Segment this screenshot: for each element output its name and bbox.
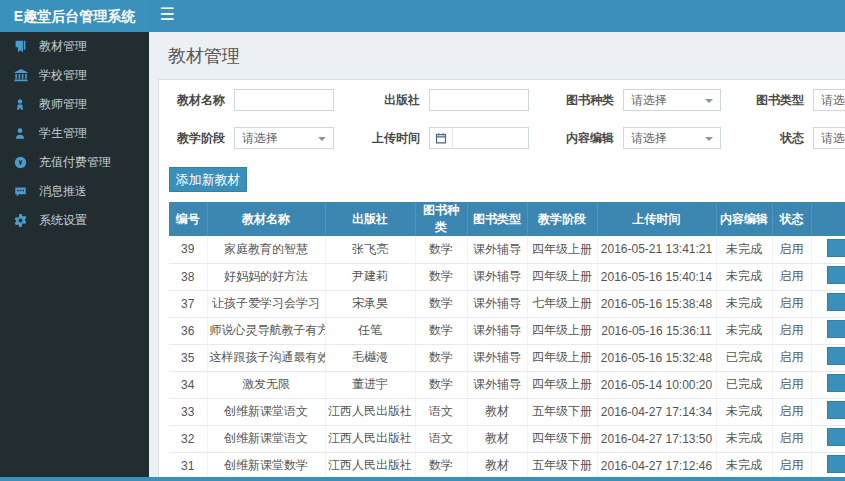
row-action-button[interactable]	[827, 401, 845, 419]
book-icon	[14, 40, 30, 53]
table-cell: 2016-04-27 17:13:50	[597, 425, 716, 452]
table-cell: 未完成	[716, 425, 772, 452]
textbook-name-label: 教材名称	[169, 92, 225, 109]
row-action-button[interactable]	[827, 320, 845, 338]
sidebar-item-label: 学生管理	[39, 125, 87, 142]
book-category-value: 请选择	[631, 93, 667, 107]
table-cell: 教材	[467, 452, 527, 479]
table-action-cell	[811, 425, 845, 452]
row-action-button[interactable]	[827, 374, 845, 392]
table-body: 39家庭教育的智慧张飞亮数学课外辅导四年级上册2016-05-21 13:41:…	[169, 236, 845, 481]
teaching-stage-value: 请选择	[242, 131, 278, 145]
row-action-button[interactable]	[827, 455, 845, 473]
upload-time-input[interactable]	[453, 128, 528, 148]
upload-time-label: 上传时间	[364, 130, 420, 147]
publisher-input[interactable]	[429, 89, 529, 111]
row-action-button[interactable]	[827, 428, 845, 446]
app-logo[interactable]: E趣堂后台管理系统	[0, 0, 149, 32]
row-action-button[interactable]	[827, 266, 845, 284]
sidebar-item-message-push[interactable]: 消息推送	[0, 177, 149, 206]
table-cell: 数学	[415, 371, 467, 398]
row-action-button[interactable]	[827, 239, 845, 257]
table-row: 35这样跟孩子沟通最有效毛樾漫数学课外辅导四年级上册2016-05-16 15:…	[169, 344, 845, 371]
table-cell: 启用	[772, 371, 811, 398]
chevron-down-icon	[705, 137, 713, 141]
sidebar-item-textbook-management[interactable]: 教材管理	[0, 32, 149, 61]
table-cell: 家庭教育的智慧	[207, 236, 325, 263]
table-cell: 七年级上册	[527, 290, 597, 317]
table-cell: 数学	[415, 344, 467, 371]
table-cell: 未完成	[716, 452, 772, 479]
book-category-select[interactable]: 请选择	[623, 89, 721, 111]
table-cell: 毛樾漫	[325, 344, 415, 371]
book-category-label: 图书种类	[556, 92, 614, 109]
table-row: 32创维新课堂语文江西人民出版社语文教材四年级下册2016-04-27 17:1…	[169, 425, 845, 452]
sidebar-item-system-settings[interactable]: 系统设置	[0, 206, 149, 235]
status-label: 状态	[748, 130, 804, 147]
chevron-down-icon	[705, 99, 713, 103]
sidebar-item-payment-management[interactable]: ¥ 充值付费管理	[0, 148, 149, 177]
sidebar: 教材管理 学校管理 教师管理 学生管理 ¥ 充值付费管理 消息推送 系统设置	[0, 32, 149, 481]
table-cell: 任笔	[325, 317, 415, 344]
table-cell: 四年级上册	[527, 263, 597, 290]
table-cell: 教材	[467, 398, 527, 425]
table-cell: 未完成	[716, 236, 772, 263]
row-action-button[interactable]	[827, 293, 845, 311]
book-type-select[interactable]: 请选择	[813, 89, 845, 111]
table-cell: 未完成	[716, 317, 772, 344]
table-cell: 张飞亮	[325, 236, 415, 263]
table-header-cell: 内容编辑	[716, 202, 772, 236]
row-action-button[interactable]	[827, 347, 845, 365]
table-cell: 尹建莉	[325, 263, 415, 290]
table-cell: 课外辅导	[467, 317, 527, 344]
table-cell: 课外辅导	[467, 263, 527, 290]
table-cell: 2016-05-16 15:32:48	[597, 344, 716, 371]
table-row: 31创维新课堂数学江西人民出版社数学教材五年级下册2016-04-27 17:1…	[169, 452, 845, 479]
hamburger-menu-icon[interactable]: ☰	[149, 0, 185, 32]
teacher-icon	[14, 98, 30, 111]
table-cell: 教材	[467, 425, 527, 452]
table-cell: 2016-05-14 10:00:20	[597, 371, 716, 398]
table-header-cell: 图书种类	[415, 202, 467, 236]
table-cell: 四年级下册	[527, 425, 597, 452]
status-select[interactable]: 请选择	[813, 127, 845, 149]
table-cell: 师说心灵导航教子有方	[207, 317, 325, 344]
horizontal-scrollbar[interactable]	[0, 477, 845, 481]
add-textbook-button[interactable]: 添加新教材	[169, 167, 247, 192]
teaching-stage-select[interactable]: 请选择	[234, 127, 334, 149]
publisher-label: 出版社	[364, 92, 420, 109]
textbook-table: 编号教材名称出版社图书种类图书类型教学阶段上传时间内容编辑状态 39家庭教育的智…	[169, 202, 845, 481]
table-cell: 课外辅导	[467, 236, 527, 263]
sidebar-item-label: 教材管理	[39, 38, 87, 55]
sidebar-item-label: 充值付费管理	[39, 154, 111, 171]
filter-row-1: 教材名称 出版社 图书种类 请选择 图书类型 请选择	[169, 89, 845, 111]
table-action-cell	[811, 452, 845, 479]
table-cell: 33	[169, 398, 207, 425]
table-cell: 35	[169, 344, 207, 371]
table-cell: 课外辅导	[467, 344, 527, 371]
table-row: 38好妈妈的好方法尹建莉数学课外辅导四年级上册2016-05-16 15:40:…	[169, 263, 845, 290]
book-type-value: 请选择	[821, 93, 845, 107]
table-header-cell: 上传时间	[597, 202, 716, 236]
textbook-name-input[interactable]	[234, 89, 334, 111]
table-cell: 课外辅导	[467, 371, 527, 398]
table-cell: 启用	[772, 290, 811, 317]
table-cell: 让孩子爱学习会学习	[207, 290, 325, 317]
filter-form: 教材名称 出版社 图书种类 请选择 图书类型 请选择 教学阶段	[159, 80, 845, 151]
main-content: 教材管理 教材名称 出版社 图书种类 请选择 图书类型 请选择	[149, 32, 845, 481]
sidebar-item-school-management[interactable]: 学校管理	[0, 61, 149, 90]
table-cell: 37	[169, 290, 207, 317]
content-edit-select[interactable]: 请选择	[623, 127, 721, 149]
table-row: 34激发无限董进宇数学课外辅导四年级上册2016-05-14 10:00:20已…	[169, 371, 845, 398]
table-cell: 语文	[415, 425, 467, 452]
money-icon: ¥	[14, 156, 30, 169]
table-cell: 已完成	[716, 371, 772, 398]
table-cell: 启用	[772, 398, 811, 425]
table-header-cell: 状态	[772, 202, 811, 236]
sidebar-item-student-management[interactable]: 学生管理	[0, 119, 149, 148]
table-cell: 34	[169, 371, 207, 398]
table-cell: 课外辅导	[467, 290, 527, 317]
table-cell: 数学	[415, 452, 467, 479]
content-panel: 教材名称 出版社 图书种类 请选择 图书类型 请选择 教学阶段	[158, 79, 845, 481]
sidebar-item-teacher-management[interactable]: 教师管理	[0, 90, 149, 119]
